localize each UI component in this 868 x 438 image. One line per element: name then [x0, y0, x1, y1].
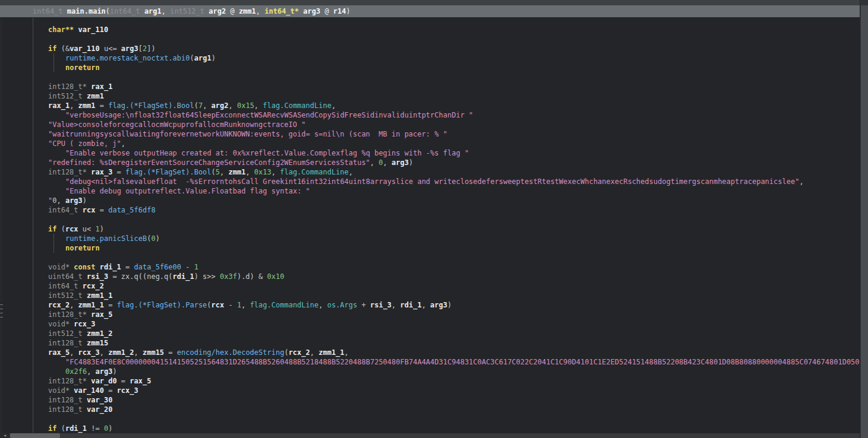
token-pl[interactable]: (	[284, 348, 288, 357]
token-pl[interactable]: ,	[332, 101, 336, 110]
code-line[interactable]: "waitrunningsyscallwaitingforevernetwork…	[0, 129, 860, 139]
token-num[interactable]: 0	[378, 158, 383, 167]
token-pl[interactable]: )	[100, 225, 104, 233]
token-str[interactable]: "verboseUsage:\nfloat32float64SleepExcon…	[65, 111, 473, 119]
code-line[interactable]: int64_t rcx_2	[0, 281, 860, 291]
code-line[interactable]: rax_5, rcx_3, zmm1_2, zmm15 = encoding/h…	[0, 348, 860, 357]
token-pl[interactable]	[83, 339, 87, 347]
token-var[interactable]: arg3	[430, 301, 447, 309]
token-pl[interactable]	[95, 263, 99, 271]
token-pl[interactable]: (	[194, 101, 198, 110]
token-num[interactable]: 0x13	[254, 168, 272, 176]
token-var[interactable]: rcx_2	[48, 301, 70, 309]
token-pl[interactable]: =	[117, 377, 130, 385]
token-pl[interactable]: ,	[370, 158, 378, 167]
token-pl[interactable]: ,	[349, 168, 353, 176]
code-line[interactable]: if (rcx u< 1)	[0, 224, 860, 234]
token-fn[interactable]: encoding/hex.DecodeString	[177, 348, 285, 357]
token-pl[interactable]: ,	[134, 348, 143, 357]
token-var[interactable]: zmm1_1	[318, 348, 344, 357]
token-pl[interactable]: [	[138, 45, 143, 53]
token-pl[interactable]: (	[56, 225, 65, 233]
token-pl[interactable]: ,	[220, 168, 228, 176]
token-pl[interactable]: )	[112, 367, 116, 376]
token-var[interactable]: rsi_3	[370, 301, 392, 309]
token-var[interactable]: arg1	[194, 54, 212, 62]
code-line[interactable]: int128_t* rax_3 = flag.(*FlagSet).Bool(5…	[0, 167, 860, 177]
token-str[interactable]: "debug<nil>falsevaluefloat -%sErrorntohs…	[65, 177, 799, 186]
token-hvar[interactable]: arg3	[303, 7, 320, 15]
token-pl[interactable]	[83, 272, 87, 281]
token-ty[interactable]: int128_t	[48, 339, 83, 347]
token-ty[interactable]: int512_t	[48, 291, 83, 300]
token-var[interactable]: var_d0	[91, 377, 116, 385]
token-num[interactable]: 0	[151, 234, 156, 243]
token-pl[interactable]: ,	[245, 168, 254, 176]
token-var[interactable]: rcx_3	[78, 348, 100, 357]
token-pl[interactable]: )	[108, 424, 112, 433]
code-line[interactable]: 0x2f6, arg3)	[0, 367, 860, 376]
code-line[interactable]: runtime.morestack_noctxt.abi0(arg1)	[0, 53, 860, 63]
token-str[interactable]: "Enable debug outputreflect.Value.Floatb…	[65, 187, 310, 195]
code-line[interactable]: "redefined: %sDeregisterEventSourceChang…	[0, 158, 860, 167]
code-line[interactable]: int128_t var_20	[0, 405, 860, 414]
token-fn[interactable]: data_5f6df8	[108, 206, 155, 214]
token-pl[interactable]: u<	[78, 225, 96, 233]
token-num[interactable]: 5	[216, 168, 220, 176]
token-var[interactable]: rcx_2	[83, 282, 104, 290]
code-line[interactable]	[0, 34, 860, 44]
token-str[interactable]: "Value>consoleforcegcallocmWcpuprofalloc…	[48, 120, 305, 129]
token-hvar[interactable]: arg1	[144, 7, 162, 15]
token-pl[interactable]: !=	[87, 424, 104, 433]
token-pl[interactable]: )	[156, 234, 160, 243]
code-line[interactable]: noreturn	[0, 243, 860, 253]
token-dat[interactable]: os.Args	[327, 301, 358, 309]
scroll-left-icon[interactable]: ◄	[0, 433, 10, 438]
token-pl[interactable]: u<=	[100, 45, 121, 53]
code-line[interactable]: "Value>consoleforcegcallocmWcpuprofalloc…	[0, 120, 860, 129]
token-ty[interactable]: int512_t	[48, 92, 83, 100]
token-num[interactable]: 0x10	[267, 272, 285, 281]
code-line[interactable]: "debug<nil>falsevaluefloat -%sErrorntohs…	[0, 177, 860, 186]
token-pl[interactable]: -	[181, 263, 194, 271]
token-pl[interactable]: 0,	[52, 196, 65, 205]
code-line[interactable]: runtime.panicSliceB(0)	[0, 234, 860, 243]
token-pl[interactable]: (	[56, 424, 65, 433]
code-line[interactable]: int128_t* rax_5	[0, 310, 860, 319]
token-ty[interactable]: int64_t	[48, 206, 78, 214]
token-fn[interactable]: flag.(*FlagSet).Parse	[117, 301, 207, 309]
token-var[interactable]: rsi_3	[87, 272, 108, 281]
token-var[interactable]: zmm1_2	[87, 329, 112, 338]
code-line[interactable]: int512_t zmm1	[0, 91, 860, 101]
code-line[interactable]: if (&var_110 u<= arg3[2])	[0, 44, 860, 53]
token-ty[interactable]: int128_t	[48, 405, 83, 414]
code-line[interactable]: "Enable verbose outputHeap created at: 0…	[0, 148, 860, 158]
token-hpl[interactable]	[63, 7, 67, 15]
token-ty[interactable]: int128_t*	[48, 310, 87, 319]
token-ty[interactable]: int64_t	[48, 282, 78, 290]
token-hpl[interactable]: ,	[256, 7, 264, 15]
token-ty[interactable]: void*	[48, 263, 70, 271]
token-var[interactable]: zmm15	[87, 339, 108, 347]
token-pl[interactable]: ,	[70, 348, 78, 357]
token-kw[interactable]: noreturn	[65, 64, 100, 72]
code-line[interactable]: int64_t rcx = data_5f6df8	[0, 205, 860, 215]
code-line[interactable]: "Enable debug outputreflect.Value.Floatb…	[0, 186, 860, 196]
token-pl[interactable]	[78, 282, 83, 290]
code-line[interactable]: rax_1, zmm1 = flag.(*FlagSet).Bool(7, ar…	[0, 101, 860, 110]
token-ty[interactable]: int128_t*	[48, 377, 87, 385]
token-var[interactable]: rdi_1	[100, 263, 121, 271]
code-line[interactable]: void* const rdi_1 = data_5f6e00 - 1	[0, 262, 860, 272]
token-var[interactable]: zmm1_1	[87, 291, 112, 300]
token-var[interactable]: rdi_1	[65, 424, 87, 433]
token-dat[interactable]: flag.CommandLine	[250, 301, 319, 309]
token-hvar[interactable]: r14	[333, 7, 346, 15]
token-var[interactable]: var_140	[74, 386, 104, 395]
code-line[interactable]: rcx_2, zmm1_1 = flag.(*FlagSet).Parse(rc…	[0, 300, 860, 310]
token-hkw[interactable]: int64_t*	[264, 7, 299, 15]
token-str[interactable]: "redefined: %sDeregisterEventSourceChang…	[48, 158, 370, 167]
code-line[interactable]: if (rdi_1 != 0)	[0, 424, 860, 433]
code-line[interactable]: uint64_t rsi_3 = zx.q((neg.q(rdi_1) s>> …	[0, 272, 860, 281]
token-var[interactable]: arg3	[65, 196, 83, 205]
token-num[interactable]: 0x2f6	[65, 367, 87, 376]
